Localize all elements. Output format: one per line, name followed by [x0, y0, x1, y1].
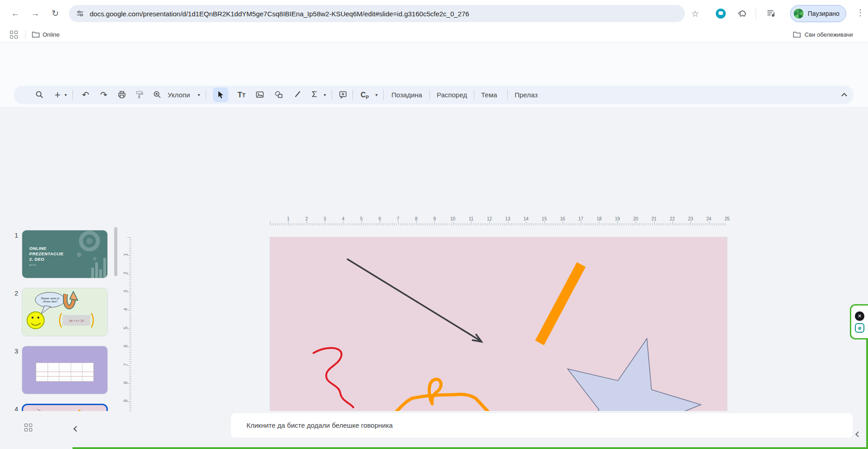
playlist-icon[interactable] — [767, 9, 776, 18]
h-ruler-tick-4: 4 — [339, 216, 347, 221]
h-ruler-tick-21: 21 — [650, 216, 658, 221]
cp-tool-caret[interactable]: ▾ — [373, 86, 380, 104]
collapse-filmstrip-icon[interactable] — [74, 425, 78, 433]
address-bar[interactable]: docs.google.com/presentation/d/1d1EQnBR2… — [69, 5, 685, 22]
green-frame-bottom — [72, 447, 868, 449]
extension-edge-widget[interactable]: ✕ e — [850, 304, 868, 339]
url-text: docs.google.com/presentation/d/1d1EQnBR2… — [90, 10, 469, 18]
insert-comment-icon[interactable] — [337, 86, 349, 104]
speaker-notes-input[interactable]: Кликните да бисте додали белешке говорни… — [231, 413, 853, 438]
h-ruler-tick-1: 1 — [285, 216, 292, 221]
zoom-icon[interactable] — [151, 86, 163, 104]
reload-icon[interactable]: ↻ — [49, 7, 62, 20]
svg-text:PREZENTACIJE: PREZENTACIJE — [29, 252, 64, 256]
slide-thumbnail-1[interactable]: ONLINE PREZENTACIJE 2. DEO AUTOR: … — [22, 230, 108, 278]
svg-text:AUTOR: …: AUTOR: … — [29, 264, 39, 266]
select-tool[interactable] — [213, 87, 228, 102]
all-bookmarks-folder-icon[interactable] — [793, 31, 801, 38]
h-ruler-tick-19: 19 — [613, 216, 621, 221]
toolbar-separator — [507, 90, 508, 100]
site-info-icon[interactable] — [76, 10, 84, 18]
v-ruler-tick-8: 8 — [123, 379, 128, 386]
back-icon[interactable]: ← — [9, 7, 22, 20]
background-button[interactable]: Позадина — [391, 86, 422, 104]
h-ruler-tick-15: 15 — [540, 216, 548, 221]
add-slide-caret[interactable]: ▾ — [63, 86, 69, 104]
toolbar-separator — [383, 90, 384, 100]
fit-zoom-caret[interactable]: ▾ — [196, 86, 202, 104]
v-ruler-tick-9: 9 — [123, 397, 128, 405]
all-bookmarks-label[interactable]: Сви обележивачи — [805, 31, 853, 38]
h-ruler-tick-12: 12 — [486, 216, 493, 221]
browser-profile-chip[interactable]: Паузирано — [790, 5, 846, 22]
callout-caret[interactable]: ▾ — [322, 86, 328, 104]
h-ruler-tick-24: 24 — [705, 216, 713, 221]
insert-line-tool[interactable] — [292, 86, 304, 104]
v-ruler-tick-6: 6 — [123, 343, 128, 350]
svg-text:Danas nam je: Danas nam je — [41, 297, 59, 300]
text-box-tool[interactable]: TT — [236, 86, 247, 104]
cp-tool-icon[interactable]: CP — [359, 86, 371, 104]
mini-table — [36, 363, 94, 382]
search-menus-icon[interactable] — [34, 86, 45, 104]
toolbar-separator — [429, 90, 430, 100]
toolbar-separator — [474, 90, 474, 100]
svg-text:ONLINE: ONLINE — [29, 246, 47, 251]
toolbar-separator — [206, 90, 206, 100]
h-ruler-tick-3: 3 — [321, 216, 329, 221]
widget-close-icon[interactable]: ✕ — [855, 311, 864, 321]
h-ruler-tick-25: 25 — [723, 216, 731, 221]
transition-button[interactable]: Прелаз — [515, 86, 538, 104]
speaker-notes-placeholder: Кликните да бисте додали белешке говорни… — [231, 413, 853, 438]
bookmark-folder-label[interactable]: Online — [43, 31, 60, 38]
app-header: ONLINE PREZENTACIJE 2 DEO ☆ ДатотекаИзме… — [0, 43, 868, 82]
h-ruler-tick-20: 20 — [632, 216, 640, 221]
h-ruler-tick-23: 23 — [687, 216, 694, 221]
slide-number: 3 — [6, 348, 18, 355]
slide-thumbnail-3[interactable] — [22, 346, 108, 394]
v-ruler-tick-7: 7 — [123, 361, 128, 368]
theme-button[interactable]: Тема — [481, 86, 497, 104]
callout-shape-tool[interactable] — [308, 86, 320, 104]
browser-menu-icon[interactable]: ⋮ — [856, 8, 863, 18]
bookmark-star-icon[interactable]: ☆ — [691, 9, 699, 19]
v-ruler-tick-5: 5 — [123, 324, 128, 331]
layout-button[interactable]: Распоред — [437, 86, 467, 104]
green-frame-right — [866, 339, 868, 449]
insert-shape-tool[interactable] — [273, 86, 285, 104]
bookmark-folder-icon[interactable] — [32, 31, 40, 38]
h-ruler-tick-5: 5 — [357, 216, 365, 221]
toolbar-separator — [332, 90, 332, 100]
slide-thumbnail-2[interactable]: Danas nam je divan dan! 4a + 4 = 14 — [22, 288, 108, 336]
collapse-sidebar-icon[interactable] — [856, 430, 860, 438]
redo-icon[interactable]: ↷ — [98, 86, 110, 104]
h-ruler-tick-18: 18 — [595, 216, 603, 221]
h-ruler-tick-9: 9 — [431, 216, 439, 221]
paint-format-icon[interactable] — [133, 86, 145, 104]
fit-zoom-button[interactable]: Уклопи — [168, 86, 190, 104]
extensions-puzzle-icon[interactable] — [738, 9, 747, 18]
filmstrip-scrollbar[interactable] — [114, 227, 117, 276]
h-ruler-tick-6: 6 — [376, 216, 384, 221]
chat-extension-icon[interactable] — [716, 9, 726, 19]
svg-text:2. DEO: 2. DEO — [29, 257, 44, 262]
h-ruler-tick-17: 17 — [577, 216, 585, 221]
apps-grid-icon[interactable] — [10, 31, 18, 38]
forward-icon[interactable]: → — [29, 7, 42, 20]
add-slide-icon[interactable]: + — [52, 86, 63, 104]
bottom-bar: Кликните да бисте додали белешке говорни… — [0, 411, 868, 449]
widget-e-icon[interactable]: e — [855, 323, 864, 333]
v-ruler-tick-2: 2 — [123, 269, 128, 277]
grid-view-icon[interactable] — [24, 424, 32, 431]
svg-text:4a + 4 = 14: 4a + 4 = 14 — [69, 319, 84, 322]
print-icon[interactable] — [116, 86, 128, 104]
slide-number: 1 — [6, 232, 18, 239]
v-ruler-tick-4: 4 — [123, 306, 128, 313]
browser-toolbar: ← → ↻ docs.google.com/presentation/d/1d1… — [0, 0, 868, 27]
h-ruler-tick-7: 7 — [394, 216, 402, 221]
h-ruler-tick-16: 16 — [559, 216, 566, 221]
collapse-toolbar-icon[interactable] — [838, 86, 850, 104]
insert-image-tool[interactable] — [254, 86, 265, 104]
undo-icon[interactable]: ↶ — [80, 86, 92, 104]
h-ruler-tick-10: 10 — [449, 216, 457, 221]
